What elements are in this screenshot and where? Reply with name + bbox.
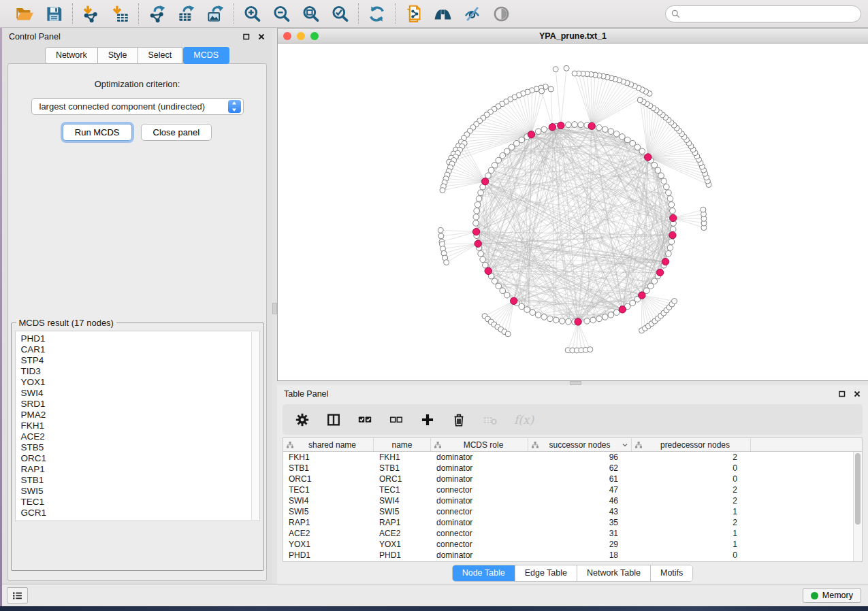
save-button[interactable] [45,5,63,23]
task-history-button[interactable] [7,587,28,604]
table-cell[interactable]: 61 [528,474,632,484]
table-cell[interactable]: 47 [528,484,632,495]
table-cell[interactable]: FKH1 [283,452,374,463]
table-row[interactable]: FKH1FKH1dominator962 [283,452,853,463]
zoom-fit-button[interactable] [302,5,320,23]
table-cell[interactable]: connector [431,484,528,495]
table-cell[interactable]: 31 [528,528,632,539]
memory-button[interactable]: Memory [803,588,861,603]
table-cell[interactable]: 35 [528,517,632,528]
table-row[interactable]: RAP1RAP1dominator352 [283,517,853,528]
add-button[interactable] [420,412,435,427]
float-panel-icon[interactable] [242,33,251,41]
table-row[interactable]: ORC1ORC1dominator610 [283,474,853,484]
tab-network[interactable]: Network [45,47,98,64]
mcds-result-list[interactable]: PHD1CAR1STP4TID3YOX1SWI4SRD1PMA2FKH1ACE2… [15,331,260,521]
show-details-button[interactable] [492,5,511,23]
export-table-button[interactable] [177,5,195,23]
horizontal-splitter-grip[interactable] [570,381,581,385]
table-cell[interactable]: dominator [431,517,528,528]
table-cell[interactable]: FKH1 [374,452,431,463]
table-scrollbar-thumb[interactable] [855,453,861,525]
table-row[interactable]: ACE2ACE2connector311 [283,528,853,539]
table-cell[interactable]: 0 [632,463,751,474]
table-cell[interactable]: RAP1 [283,517,374,528]
export-image-button[interactable] [206,5,225,23]
table-cell[interactable]: 0 [632,474,751,484]
table-cell[interactable]: ORC1 [374,474,431,484]
column-header-name[interactable]: name [374,438,431,451]
table-cell[interactable]: 96 [528,452,632,463]
network-canvas[interactable] [278,44,868,380]
float-table-panel-icon[interactable] [838,390,846,398]
vertical-splitter-grip[interactable] [272,303,277,314]
export-network-button[interactable] [148,5,166,23]
table-cell[interactable]: dominator [431,452,528,463]
table-cell[interactable]: dominator [431,474,528,484]
hide-details-button[interactable] [463,5,481,23]
zoom-selected-button[interactable] [331,5,349,23]
table-cell[interactable]: SWI5 [374,506,431,517]
table-cell[interactable]: YOX1 [283,539,374,550]
binoculars-button[interactable] [434,5,452,23]
table-cell[interactable]: 43 [528,506,632,517]
deselect-all-button[interactable] [389,412,404,427]
table-cell[interactable]: PHD1 [283,550,374,561]
tab-motifs[interactable]: Motifs [650,565,692,581]
minimize-window-icon[interactable] [297,32,305,40]
column-header-MCDS-role[interactable]: MCDS role [431,438,528,451]
table-cell[interactable]: 2 [632,517,751,528]
table-row[interactable]: PHD1PHD1dominator180 [283,550,853,561]
table-cell[interactable]: PHD1 [374,550,431,561]
import-table-button[interactable] [111,5,129,23]
table-row[interactable]: TEC1TEC1connector472 [283,484,853,495]
vertical-splitter[interactable] [272,28,277,584]
table-cell[interactable]: dominator [431,495,528,506]
import-network-button[interactable] [82,5,100,23]
table-cell[interactable]: ORC1 [283,474,374,484]
zoom-window-icon[interactable] [310,32,319,40]
column-header-successor-nodes[interactable]: successor nodes [528,438,632,451]
close-table-panel-icon[interactable] [853,390,861,398]
table-cell[interactable]: 29 [528,539,632,550]
open-folder-button[interactable] [16,5,34,23]
table-cell[interactable]: SWI4 [374,495,431,506]
table-cell[interactable]: 2 [632,495,751,506]
table-cell[interactable]: dominator [431,550,528,561]
table-cell[interactable]: SWI5 [283,506,374,517]
tab-mcds[interactable]: MCDS [183,47,229,64]
table-row[interactable]: SWI5SWI5connector431 [283,506,853,517]
table-scrollbar[interactable] [853,452,862,561]
table-cell[interactable]: ACE2 [374,528,431,539]
table-cell[interactable]: STB1 [283,463,374,474]
table-cell[interactable]: 2 [632,452,751,463]
tab-network-table[interactable]: Network Table [577,565,650,581]
table-cell[interactable]: 0 [632,550,751,561]
table-cell[interactable]: TEC1 [374,484,431,495]
table-cell[interactable]: TEC1 [283,484,374,495]
columns-button[interactable] [326,412,341,427]
table-cell[interactable]: 1 [632,539,751,550]
column-header-shared-name[interactable]: shared name [283,438,374,451]
table-cell[interactable]: RAP1 [374,517,431,528]
tab-select[interactable]: Select [138,47,183,64]
column-header-predecessor-nodes[interactable]: predecessor nodes [632,438,751,451]
table-cell[interactable]: STB1 [374,463,431,474]
table-cell[interactable]: ACE2 [283,528,374,539]
share-document-button[interactable] [404,5,423,23]
refresh-button[interactable] [368,5,386,23]
trash-button[interactable] [451,412,466,427]
select-all-button[interactable] [357,412,372,427]
table-cell[interactable]: 46 [528,495,632,506]
table-cell[interactable]: connector [431,506,528,517]
table-cell[interactable]: 1 [632,528,751,539]
table-cell[interactable]: 1 [632,506,751,517]
table-row[interactable]: SWI4SWI4dominator462 [283,495,853,506]
close-panel-icon[interactable] [257,33,266,41]
table-cell[interactable]: 62 [528,463,632,474]
table-cell[interactable]: connector [431,539,528,550]
close-panel-button[interactable]: Close panel [141,124,212,141]
table-cell[interactable]: 18 [528,550,632,561]
table-row[interactable]: STB1STB1dominator620 [283,463,853,474]
close-window-icon[interactable] [283,32,291,40]
